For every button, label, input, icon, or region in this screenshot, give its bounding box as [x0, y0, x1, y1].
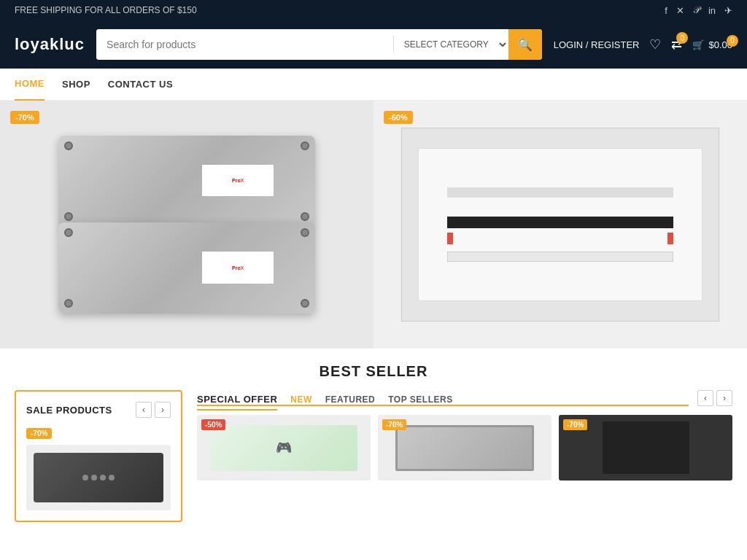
search-bar: SELECT CATEGORY 🔍 — [96, 29, 542, 60]
hero-right[interactable]: -60% — [374, 101, 747, 349]
special-offer-title: SPECIAL OFFER — [197, 394, 277, 411]
shelf-top-bar — [447, 187, 673, 198]
special-offer-nav: ‹ › — [697, 390, 732, 406]
special-offer-box: SPECIAL OFFER NEW FEATURED TOP SELLERS ‹… — [182, 390, 732, 522]
site-logo[interactable]: loyakluc — [15, 35, 85, 54]
telegram-icon[interactable]: ✈ — [724, 5, 732, 16]
cart-badge: 0 — [727, 35, 738, 47]
special-offer-tabs-row: SPECIAL OFFER NEW FEATURED TOP SELLERS — [197, 394, 689, 406]
shelf-inner — [418, 148, 703, 302]
so-product-3-image: -70% — [559, 415, 732, 481]
hero-left-image: ProX ProX — [0, 101, 374, 349]
metal-plate-product: ProX ProX — [41, 125, 332, 324]
compare-button[interactable]: ⇄ 0 — [671, 36, 682, 52]
plate-hole-2-bl — [64, 299, 73, 308]
knob-4 — [109, 475, 115, 481]
mixer-knobs — [82, 475, 115, 481]
social-icons: f ✕ 𝒫 in ✈ — [665, 4, 732, 16]
wishlist-button[interactable]: ♡ — [649, 36, 661, 52]
sale-prev-button[interactable]: ‹ — [136, 402, 152, 418]
cart-icon: 🛒 — [692, 39, 704, 50]
metal-frame-product-img — [395, 425, 534, 471]
so-tab-top-sellers[interactable]: TOP SELLERS — [388, 394, 452, 405]
category-select[interactable]: SELECT CATEGORY — [394, 29, 508, 60]
so-prev-button[interactable]: ‹ — [697, 390, 713, 406]
plate-hole-2-tl — [64, 228, 73, 237]
hero-banners: ProX ProX -70% — [0, 101, 747, 349]
shelf-main-bar — [447, 217, 673, 228]
search-icon: 🔍 — [518, 38, 533, 52]
shelf-accents — [447, 233, 673, 244]
best-seller-section: BEST SELLER — [0, 349, 747, 380]
so-next-button[interactable]: › — [716, 390, 732, 406]
cart-button[interactable]: 🛒 0 $0.00 — [692, 39, 732, 50]
top-bar: FREE SHIPPING FOR ALL ORDERS OF $150 f ✕… — [0, 0, 747, 20]
header-actions: LOGIN / REGISTER ♡ ⇄ 0 🛒 0 $0.00 — [554, 36, 732, 52]
hero-right-badge: -60% — [384, 111, 413, 124]
knob-1 — [82, 475, 88, 481]
linkedin-icon[interactable]: in — [708, 5, 716, 16]
best-seller-title: BEST SELLER — [15, 363, 732, 380]
header: loyakluc SELECT CATEGORY 🔍 LOGIN / REGIS… — [0, 20, 747, 69]
knob-3 — [100, 475, 106, 481]
shelf-accent-right — [667, 233, 673, 244]
black-box-product-img — [603, 421, 689, 474]
nav-item-shop[interactable]: SHOP — [62, 69, 90, 100]
twitter-x-icon[interactable]: ✕ — [676, 5, 684, 16]
heart-icon: ♡ — [649, 37, 661, 52]
so-product-3[interactable]: -70% — [559, 415, 732, 481]
so-tab-new[interactable]: NEW — [290, 394, 312, 405]
plate-hole-tr — [301, 141, 309, 150]
so-product-3-badge: -70% — [563, 419, 587, 430]
colorful-product-img: 🎮 — [210, 425, 357, 471]
plate-label-top: ProX — [202, 165, 274, 197]
plate-hole-tl — [64, 141, 73, 150]
so-product-1-badge: -50% — [201, 419, 225, 430]
search-button[interactable]: 🔍 — [508, 29, 542, 60]
plate-bottom: ProX — [58, 222, 314, 314]
mixer-product — [34, 453, 163, 502]
search-input[interactable] — [96, 29, 393, 60]
bottom-section: SALE PRODUCTS ‹ › -70% SPECIAL OFFER — [0, 380, 747, 532]
pinterest-icon[interactable]: 𝒫 — [693, 4, 700, 16]
nav-item-contact[interactable]: CONTACT US — [108, 69, 173, 100]
so-product-2-image: -70% — [378, 415, 551, 481]
sale-next-button[interactable]: › — [155, 402, 171, 418]
sale-products-header: SALE PRODUCTS ‹ › — [26, 402, 171, 418]
plate-top: ProX — [58, 136, 314, 227]
sale-products-nav: ‹ › — [136, 402, 171, 418]
so-product-1-image: -50% 🎮 — [197, 415, 371, 481]
special-offer-header: SPECIAL OFFER NEW FEATURED TOP SELLERS ‹… — [197, 390, 732, 406]
plate-hole-br — [301, 212, 309, 221]
plate-hole-2-tr — [301, 228, 309, 237]
nav-item-home[interactable]: HOME — [15, 68, 44, 101]
knob-2 — [91, 475, 97, 481]
plate-label-bottom: ProX — [202, 252, 274, 284]
plate-hole-2-br — [301, 299, 309, 308]
plate-hole-bl — [64, 212, 73, 221]
so-tab-featured[interactable]: FEATURED — [325, 394, 375, 405]
so-product-2-badge: -70% — [382, 419, 406, 430]
sale-product-image — [26, 445, 171, 510]
sale-products-box: SALE PRODUCTS ‹ › -70% — [15, 390, 182, 522]
hero-left-badge: -70% — [10, 111, 39, 124]
sale-products-title: SALE PRODUCTS — [26, 405, 112, 416]
hero-left[interactable]: ProX ProX -70% — [0, 101, 374, 349]
special-offer-products: -50% 🎮 -70% -70% — [197, 415, 732, 481]
compare-badge: 0 — [676, 32, 688, 44]
so-product-2[interactable]: -70% — [378, 415, 551, 481]
login-register-link[interactable]: LOGIN / REGISTER — [554, 39, 640, 50]
shelf-bottom-area — [447, 252, 673, 262]
facebook-icon[interactable]: f — [665, 5, 667, 16]
shelf-product — [401, 128, 719, 321]
shelf-accent-left — [447, 233, 453, 244]
shipping-text: FREE SHIPPING FOR ALL ORDERS OF $150 — [15, 5, 197, 15]
sale-badge: -70% — [26, 428, 52, 439]
main-nav: HOME SHOP CONTACT US — [0, 69, 747, 101]
so-product-1[interactable]: -50% 🎮 — [197, 415, 371, 481]
hero-right-image — [374, 101, 747, 349]
